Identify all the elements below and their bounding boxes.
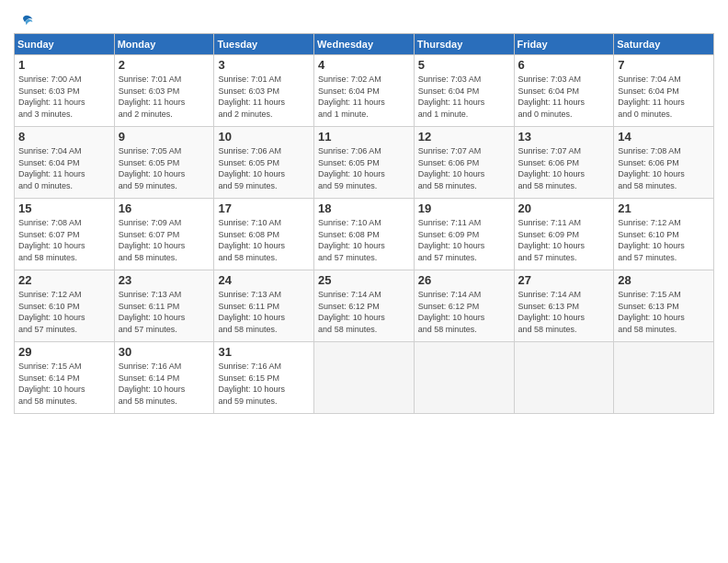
calendar-cell: 24Sunrise: 7:13 AM Sunset: 6:11 PM Dayli… — [214, 270, 314, 342]
calendar-cell: 3Sunrise: 7:01 AM Sunset: 6:03 PM Daylig… — [214, 55, 314, 127]
day-info: Sunrise: 7:05 AM Sunset: 6:05 PM Dayligh… — [119, 145, 210, 191]
day-number: 13 — [518, 130, 610, 144]
day-number: 2 — [119, 58, 210, 72]
calendar-cell: 27Sunrise: 7:14 AM Sunset: 6:13 PM Dayli… — [514, 270, 614, 342]
calendar-cell: 21Sunrise: 7:12 AM Sunset: 6:10 PM Dayli… — [614, 199, 714, 270]
day-info: Sunrise: 7:11 AM Sunset: 6:09 PM Dayligh… — [518, 217, 610, 263]
calendar-cell: 12Sunrise: 7:07 AM Sunset: 6:06 PM Dayli… — [414, 127, 514, 199]
day-number: 6 — [518, 58, 610, 72]
day-number: 24 — [218, 273, 310, 287]
calendar-cell — [314, 342, 415, 414]
day-info: Sunrise: 7:16 AM Sunset: 6:14 PM Dayligh… — [119, 361, 210, 407]
day-info: Sunrise: 7:04 AM Sunset: 6:04 PM Dayligh… — [18, 145, 110, 191]
day-number: 20 — [518, 201, 610, 215]
day-info: Sunrise: 7:10 AM Sunset: 6:08 PM Dayligh… — [218, 217, 310, 263]
header-tuesday: Tuesday — [214, 34, 314, 55]
calendar-cell: 22Sunrise: 7:12 AM Sunset: 6:10 PM Dayli… — [15, 270, 115, 342]
day-number: 4 — [318, 58, 410, 72]
week-row-3: 15Sunrise: 7:08 AM Sunset: 6:07 PM Dayli… — [15, 199, 714, 270]
day-number: 3 — [218, 58, 310, 72]
calendar-cell: 30Sunrise: 7:16 AM Sunset: 6:14 PM Dayli… — [114, 342, 214, 414]
day-number: 15 — [18, 201, 110, 215]
day-info: Sunrise: 7:07 AM Sunset: 6:06 PM Dayligh… — [418, 145, 510, 191]
day-info: Sunrise: 7:09 AM Sunset: 6:07 PM Dayligh… — [119, 217, 210, 263]
day-info: Sunrise: 7:14 AM Sunset: 6:12 PM Dayligh… — [418, 289, 510, 335]
day-info: Sunrise: 7:00 AM Sunset: 6:03 PM Dayligh… — [18, 74, 110, 120]
day-info: Sunrise: 7:06 AM Sunset: 6:05 PM Dayligh… — [218, 145, 310, 191]
day-number: 19 — [418, 201, 510, 215]
calendar-cell: 10Sunrise: 7:06 AM Sunset: 6:05 PM Dayli… — [214, 127, 314, 199]
day-info: Sunrise: 7:11 AM Sunset: 6:09 PM Dayligh… — [418, 217, 510, 263]
day-info: Sunrise: 7:07 AM Sunset: 6:06 PM Dayligh… — [518, 145, 610, 191]
day-info: Sunrise: 7:12 AM Sunset: 6:10 PM Dayligh… — [18, 289, 110, 335]
day-info: Sunrise: 7:06 AM Sunset: 6:05 PM Dayligh… — [318, 145, 410, 191]
calendar-cell: 2Sunrise: 7:01 AM Sunset: 6:03 PM Daylig… — [114, 55, 214, 127]
header-wednesday: Wednesday — [314, 34, 415, 55]
day-number: 27 — [518, 273, 610, 287]
day-info: Sunrise: 7:08 AM Sunset: 6:07 PM Dayligh… — [18, 217, 110, 263]
day-number: 22 — [18, 273, 110, 287]
day-number: 16 — [119, 201, 210, 215]
day-info: Sunrise: 7:03 AM Sunset: 6:04 PM Dayligh… — [518, 74, 610, 120]
day-number: 10 — [218, 130, 310, 144]
day-info: Sunrise: 7:10 AM Sunset: 6:08 PM Dayligh… — [318, 217, 410, 263]
header-monday: Monday — [114, 34, 214, 55]
day-info: Sunrise: 7:15 AM Sunset: 6:14 PM Dayligh… — [18, 361, 110, 407]
day-info: Sunrise: 7:02 AM Sunset: 6:04 PM Dayligh… — [318, 74, 410, 120]
calendar-cell: 17Sunrise: 7:10 AM Sunset: 6:08 PM Dayli… — [214, 199, 314, 270]
day-number: 31 — [218, 345, 310, 359]
title-block — [34, 9, 714, 11]
calendar-cell: 31Sunrise: 7:16 AM Sunset: 6:15 PM Dayli… — [214, 342, 314, 414]
calendar-cell: 23Sunrise: 7:13 AM Sunset: 6:11 PM Dayli… — [114, 270, 214, 342]
calendar-cell: 20Sunrise: 7:11 AM Sunset: 6:09 PM Dayli… — [514, 199, 614, 270]
day-number: 25 — [318, 273, 410, 287]
day-number: 5 — [418, 58, 510, 72]
calendar-cell: 11Sunrise: 7:06 AM Sunset: 6:05 PM Dayli… — [314, 127, 415, 199]
calendar-cell — [514, 342, 614, 414]
day-number: 11 — [318, 130, 410, 144]
day-info: Sunrise: 7:13 AM Sunset: 6:11 PM Dayligh… — [119, 289, 210, 335]
header-thursday: Thursday — [414, 34, 514, 55]
day-info: Sunrise: 7:03 AM Sunset: 6:04 PM Dayligh… — [418, 74, 510, 120]
calendar-cell: 7Sunrise: 7:04 AM Sunset: 6:04 PM Daylig… — [614, 55, 714, 127]
calendar-cell: 5Sunrise: 7:03 AM Sunset: 6:04 PM Daylig… — [414, 55, 514, 127]
calendar-cell — [614, 342, 714, 414]
day-number: 17 — [218, 201, 310, 215]
calendar-cell: 25Sunrise: 7:14 AM Sunset: 6:12 PM Dayli… — [314, 270, 415, 342]
calendar-cell: 6Sunrise: 7:03 AM Sunset: 6:04 PM Daylig… — [514, 55, 614, 127]
calendar-cell: 13Sunrise: 7:07 AM Sunset: 6:06 PM Dayli… — [514, 127, 614, 199]
day-number: 26 — [418, 273, 510, 287]
day-number: 28 — [618, 273, 710, 287]
day-info: Sunrise: 7:08 AM Sunset: 6:06 PM Dayligh… — [618, 145, 710, 191]
week-row-4: 22Sunrise: 7:12 AM Sunset: 6:10 PM Dayli… — [15, 270, 714, 342]
day-number: 8 — [18, 130, 110, 144]
calendar-cell: 28Sunrise: 7:15 AM Sunset: 6:13 PM Dayli… — [614, 270, 714, 342]
logo-bird-icon — [16, 13, 34, 31]
calendar-cell: 18Sunrise: 7:10 AM Sunset: 6:08 PM Dayli… — [314, 199, 415, 270]
day-info: Sunrise: 7:14 AM Sunset: 6:13 PM Dayligh… — [518, 289, 610, 335]
calendar-cell: 8Sunrise: 7:04 AM Sunset: 6:04 PM Daylig… — [15, 127, 115, 199]
calendar-cell: 14Sunrise: 7:08 AM Sunset: 6:06 PM Dayli… — [614, 127, 714, 199]
calendar-cell — [414, 342, 514, 414]
calendar-cell: 16Sunrise: 7:09 AM Sunset: 6:07 PM Dayli… — [114, 199, 214, 270]
day-number: 9 — [119, 130, 210, 144]
header-saturday: Saturday — [614, 34, 714, 55]
day-info: Sunrise: 7:13 AM Sunset: 6:11 PM Dayligh… — [218, 289, 310, 335]
day-number: 14 — [618, 130, 710, 144]
week-row-1: 1Sunrise: 7:00 AM Sunset: 6:03 PM Daylig… — [15, 55, 714, 127]
page-container: SundayMondayTuesdayWednesdayThursdayFrid… — [0, 0, 728, 423]
day-info: Sunrise: 7:12 AM Sunset: 6:10 PM Dayligh… — [618, 217, 710, 263]
day-number: 18 — [318, 201, 410, 215]
day-info: Sunrise: 7:14 AM Sunset: 6:12 PM Dayligh… — [318, 289, 410, 335]
calendar-cell: 29Sunrise: 7:15 AM Sunset: 6:14 PM Dayli… — [15, 342, 115, 414]
day-number: 12 — [418, 130, 510, 144]
logo — [14, 13, 34, 28]
day-number: 21 — [618, 201, 710, 215]
day-number: 29 — [18, 345, 110, 359]
calendar-cell: 15Sunrise: 7:08 AM Sunset: 6:07 PM Dayli… — [15, 199, 115, 270]
week-row-5: 29Sunrise: 7:15 AM Sunset: 6:14 PM Dayli… — [15, 342, 714, 414]
calendar-cell: 26Sunrise: 7:14 AM Sunset: 6:12 PM Dayli… — [414, 270, 514, 342]
day-number: 7 — [618, 58, 710, 72]
day-info: Sunrise: 7:16 AM Sunset: 6:15 PM Dayligh… — [218, 361, 310, 407]
calendar-table: SundayMondayTuesdayWednesdayThursdayFrid… — [14, 33, 714, 414]
